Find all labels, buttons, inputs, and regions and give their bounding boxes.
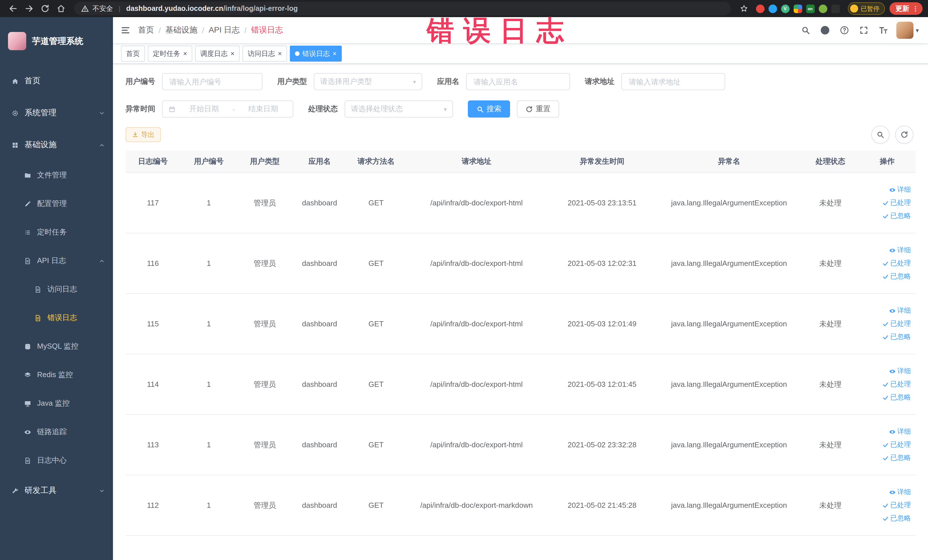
action-详细[interactable]: 详细 xyxy=(888,306,911,316)
browser-forward-icon[interactable] xyxy=(22,1,37,16)
help-icon[interactable] xyxy=(835,17,854,43)
breadcrumb-link[interactable]: API 日志 xyxy=(209,25,240,35)
chevron-up-icon xyxy=(99,258,105,264)
sidebar-item-file[interactable]: 文件管理 xyxy=(0,161,113,189)
export-button[interactable]: 导出 xyxy=(125,127,161,142)
column-header: 用户编号 xyxy=(180,151,237,172)
sidebar-item-access-log[interactable]: 访问日志 xyxy=(0,275,113,304)
user-avatar[interactable]: ▾ xyxy=(896,22,922,39)
tab-定时任务[interactable]: 定时任务× xyxy=(148,46,192,62)
github-icon[interactable] xyxy=(815,17,835,43)
action-已处理[interactable]: 已处理 xyxy=(882,198,911,208)
browser-reload-icon[interactable] xyxy=(38,1,52,16)
extension-icon[interactable] xyxy=(818,4,827,13)
check-icon xyxy=(882,515,888,522)
action-已处理[interactable]: 已处理 xyxy=(882,440,911,450)
browser-profile-chip[interactable]: 已暂停 xyxy=(847,2,885,15)
sidebar-item-log-center[interactable]: 日志中心 xyxy=(0,446,113,475)
action-详细[interactable]: 详细 xyxy=(888,245,911,255)
user-type-select[interactable]: 请选择用户类型 ▾ xyxy=(314,73,422,90)
search-icon[interactable] xyxy=(796,17,815,43)
sidebar-item-home[interactable]: 首页 xyxy=(0,65,113,97)
action-已处理[interactable]: 已处理 xyxy=(882,500,911,510)
breadcrumb-link[interactable]: 基础设施 xyxy=(165,25,197,35)
action-已处理[interactable]: 已处理 xyxy=(882,258,911,268)
browser-update-button[interactable]: 更新 xyxy=(889,2,922,15)
sidebar-item-dev-tools[interactable]: 研发工具 xyxy=(0,475,113,507)
close-icon[interactable]: × xyxy=(183,50,187,57)
sidebar-item-label: Redis 监控 xyxy=(37,370,73,380)
chevron-down-icon: ▾ xyxy=(444,106,447,112)
cell-status: 未处理 xyxy=(802,354,859,415)
cell-user-id: 1 xyxy=(180,354,237,415)
sidebar-item-system[interactable]: 系统管理 xyxy=(0,97,113,129)
app-logo[interactable]: 芋道管理系统 xyxy=(0,17,113,65)
sidebar-menu: 首页系统管理基础设施文件管理配置管理定时任务API 日志访问日志错误日志MySQ… xyxy=(0,65,113,507)
action-label: 已忽略 xyxy=(890,211,911,221)
cell-method: GET xyxy=(347,354,405,415)
action-详细[interactable]: 详细 xyxy=(888,185,911,195)
monitor-icon xyxy=(24,400,31,407)
extension-icon[interactable] xyxy=(768,4,777,13)
browser-back-icon[interactable] xyxy=(6,1,21,16)
search-button[interactable]: 搜索 xyxy=(468,101,510,117)
profile-avatar xyxy=(850,5,858,12)
cell-exception: java.lang.IllegalArgumentException xyxy=(656,415,802,475)
date-range-picker[interactable]: 开始日期 - 结束日期 xyxy=(162,101,293,117)
action-已忽略[interactable]: 已忽略 xyxy=(882,453,911,463)
browser-home-icon[interactable] xyxy=(53,1,69,16)
sidebar-toggle-icon[interactable] xyxy=(113,17,138,43)
close-icon[interactable]: × xyxy=(333,50,337,57)
extension-icon[interactable] xyxy=(793,4,802,13)
error-log-table: 日志编号用户编号用户类型应用名请求方法名请求地址异常发生时间异常名处理状态操作 … xyxy=(125,151,916,536)
extension-icon[interactable]: on xyxy=(806,4,815,13)
sidebar-item-job[interactable]: 定时任务 xyxy=(0,218,113,246)
action-已忽略[interactable]: 已忽略 xyxy=(882,392,911,402)
action-已忽略[interactable]: 已忽略 xyxy=(882,514,911,523)
action-已忽略[interactable]: 已忽略 xyxy=(882,272,911,281)
action-已忽略[interactable]: 已忽略 xyxy=(882,211,911,221)
action-详细[interactable]: 详细 xyxy=(888,487,911,497)
sidebar-item-trace[interactable]: 链路追踪 xyxy=(0,418,113,446)
sidebar-item-api-log[interactable]: API 日志 xyxy=(0,246,113,275)
chevron-down-icon xyxy=(99,110,105,116)
fullscreen-icon[interactable] xyxy=(854,17,873,43)
action-已处理[interactable]: 已处理 xyxy=(882,319,911,329)
refresh-button[interactable] xyxy=(895,125,913,144)
extension-icon[interactable] xyxy=(831,4,839,13)
tab-错误日志[interactable]: 错误日志× xyxy=(290,46,342,62)
doc-icon xyxy=(24,457,31,464)
reset-button[interactable]: 重置 xyxy=(517,101,559,117)
action-详细[interactable]: 详细 xyxy=(888,427,911,436)
sidebar-item-error-log[interactable]: 错误日志 xyxy=(0,304,113,332)
action-详细[interactable]: 详细 xyxy=(888,366,911,376)
cell-actions: 详细已处理已忽略 xyxy=(859,415,916,475)
extension-icon[interactable] xyxy=(756,4,764,13)
layers-icon xyxy=(24,371,31,378)
sidebar-item-java[interactable]: Java 监控 xyxy=(0,389,113,418)
sidebar-item-infra[interactable]: 基础设施 xyxy=(0,129,113,161)
sidebar-item-config[interactable]: 配置管理 xyxy=(0,189,113,218)
search-toggle-button[interactable] xyxy=(871,125,889,144)
close-icon[interactable]: × xyxy=(278,50,282,57)
tab-首页[interactable]: 首页 xyxy=(121,46,145,62)
tab-调度日志[interactable]: 调度日志× xyxy=(195,46,240,62)
browser-menu-icon[interactable] xyxy=(911,5,919,12)
user-id-input[interactable] xyxy=(168,77,256,87)
vue-devtools-icon[interactable]: V xyxy=(781,4,789,13)
sidebar-item-mysql[interactable]: MySQL 监控 xyxy=(0,332,113,360)
request-url-input[interactable] xyxy=(627,77,719,87)
sidebar-item-redis[interactable]: Redis 监控 xyxy=(0,360,113,389)
cell-exception: java.lang.IllegalArgumentException xyxy=(656,233,802,293)
process-status-select[interactable]: 请选择处理状态 ▾ xyxy=(345,101,453,117)
app-name-input[interactable] xyxy=(472,77,564,87)
action-label: 已忽略 xyxy=(890,332,911,342)
tab-访问日志[interactable]: 访问日志× xyxy=(243,46,287,62)
action-已忽略[interactable]: 已忽略 xyxy=(882,332,911,342)
action-已处理[interactable]: 已处理 xyxy=(882,379,911,389)
font-size-icon[interactable] xyxy=(873,17,893,43)
close-icon[interactable]: × xyxy=(230,50,235,57)
breadcrumb-link[interactable]: 首页 xyxy=(138,25,154,35)
address-bar[interactable]: 不安全 | dashboard.yudao.iocoder.cn/infra/l… xyxy=(74,2,731,15)
bookmark-star-icon[interactable] xyxy=(736,1,751,16)
